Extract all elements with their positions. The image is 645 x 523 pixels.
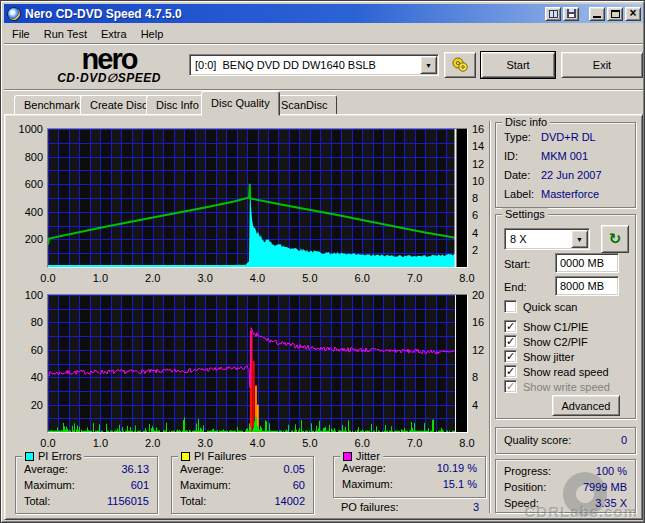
left-axis-tick: 1000 <box>13 123 43 135</box>
disc-info-group: Disc info Type:DVD+R DL ID:MKM 001 Date:… <box>495 122 636 208</box>
checkbox-quick-scan[interactable]: Quick scan <box>504 300 577 313</box>
pif-jitter-chart <box>47 294 468 433</box>
right-axis-tick: 12 <box>472 344 494 356</box>
save-button[interactable] <box>563 7 579 21</box>
report-button[interactable] <box>545 7 561 21</box>
pif-average-label: Average: <box>180 463 224 475</box>
save-icon <box>567 9 576 18</box>
settings-title: Settings <box>502 208 548 220</box>
pi-errors-chart-canvas <box>48 129 467 267</box>
x-axis-tick: 8.0 <box>454 437 480 449</box>
x-axis-tick: 1.0 <box>87 437 113 449</box>
quick-scan-checkbox[interactable] <box>504 300 517 313</box>
left-axis-tick: 400 <box>13 206 43 218</box>
refresh-button[interactable]: ↻ <box>601 225 629 253</box>
exit-button[interactable]: Exit <box>561 52 643 78</box>
quality-score-value: 0 <box>621 434 627 446</box>
refresh-icon: ↻ <box>609 232 622 246</box>
drive-select[interactable]: [0:0] BENQ DVD DD DW1640 BSLB ▼ <box>189 54 439 76</box>
app-window: Nero CD-DVD Speed 4.7.5.0 × File Run Tes… <box>0 0 645 523</box>
start-position-label: Start: <box>504 258 530 270</box>
minimize-button[interactable] <box>589 7 605 21</box>
checkbox-show-c2-pif[interactable]: ✓Show C2/PIF <box>504 335 588 348</box>
eject-disc-button[interactable] <box>444 52 476 78</box>
pi-failures-title: PI Failures <box>194 450 247 462</box>
right-axis-tick: 10 <box>472 175 494 187</box>
menu-file[interactable]: File <box>5 27 37 41</box>
nero-logo: nero CD·DVD∅SPEED <box>34 46 184 84</box>
chevron-down-icon[interactable]: ▼ <box>571 230 588 248</box>
quality-score-label: Quality score: <box>504 434 571 446</box>
show-jitter-checkbox[interactable]: ✓ <box>504 350 517 363</box>
x-axis-tick: 6.0 <box>349 437 375 449</box>
pie-maximum-label: Maximum: <box>24 479 75 491</box>
right-axis-tick: 4 <box>472 227 494 239</box>
tab-disc-info[interactable]: Disc Info <box>146 95 209 116</box>
right-axis-tick: 2 <box>472 244 494 256</box>
pif-jitter-chart-canvas <box>48 295 467 432</box>
show-read-speed-checkbox[interactable]: ✓ <box>504 365 517 378</box>
pif-total-value: 14002 <box>274 495 305 507</box>
scan-speed-value: 8 X <box>505 233 571 245</box>
x-axis-tick: 2.0 <box>140 272 166 284</box>
left-axis-tick: 800 <box>13 151 43 163</box>
drive-select-value: [0:0] BENQ DVD DD DW1640 BSLB <box>190 59 420 71</box>
pif-total-label: Total: <box>180 495 206 507</box>
left-axis-tick: 600 <box>13 178 43 190</box>
jitter-swatch <box>343 452 352 461</box>
menu-help[interactable]: Help <box>134 27 171 41</box>
disc-type-label: Type: <box>504 131 531 143</box>
checkbox-show-read-speed[interactable]: ✓Show read speed <box>504 365 609 378</box>
x-axis-tick: 3.0 <box>192 272 218 284</box>
jitter-maximum-value: 15.1 % <box>443 478 477 490</box>
menu-run-test[interactable]: Run Test <box>37 27 94 41</box>
left-axis-tick: 20 <box>13 399 43 411</box>
checkbox-show-write-speed[interactable]: ✓Show write speed <box>504 380 610 393</box>
disc-label-label: Label: <box>504 188 534 200</box>
disc-watermark <box>563 472 607 516</box>
pi-errors-summary: PI Errors Average:36.13 Maximum:601 Tota… <box>15 456 158 514</box>
disc-type-value: DVD+R DL <box>541 131 627 143</box>
pie-maximum-value: 601 <box>131 479 149 491</box>
jitter-summary: Jitter Average:10.19 % Maximum:15.1 % <box>333 456 486 498</box>
maximize-button[interactable] <box>607 7 623 21</box>
start-position-input[interactable]: 0000 MB <box>555 253 619 273</box>
pi-errors-chart <box>47 128 468 268</box>
show-c2-pif-checkbox[interactable]: ✓ <box>504 335 517 348</box>
scan-speed-select[interactable]: 8 X ▼ <box>504 228 590 250</box>
checkbox-show-c1-pie[interactable]: ✓Show C1/PIE <box>504 320 588 333</box>
progress-label: Progress: <box>504 465 551 477</box>
show-c1-pie-checkbox[interactable]: ✓ <box>504 320 517 333</box>
tab-disc-quality[interactable]: Disc Quality <box>201 91 280 116</box>
tab-benchmark[interactable]: Benchmark <box>14 95 90 116</box>
pi-failures-summary: PI Failures Average:0.05 Maximum:60 Tota… <box>171 456 314 514</box>
menu-extra[interactable]: Extra <box>94 27 134 41</box>
disc-id-value: MKM 001 <box>541 150 627 162</box>
disc-id-label: ID: <box>504 150 518 162</box>
pie-total-label: Total: <box>24 495 50 507</box>
close-icon: × <box>629 8 636 19</box>
speed-value: 3.35 X <box>595 497 627 509</box>
disc-date-value: 22 Jun 2007 <box>541 169 627 181</box>
advanced-button[interactable]: Advanced <box>552 395 620 416</box>
chevron-down-icon[interactable]: ▼ <box>420 56 437 74</box>
nero-logo-text: nero <box>34 46 184 72</box>
tab-scandisc[interactable]: ScanDisc <box>271 95 337 116</box>
x-axis-tick: 4.0 <box>245 437 271 449</box>
jitter-title: Jitter <box>356 450 380 462</box>
left-axis-tick: 80 <box>13 316 43 328</box>
right-axis-tick: 12 <box>472 158 494 170</box>
x-axis-tick: 3.0 <box>192 437 218 449</box>
position-value: 7999 MB <box>583 481 627 493</box>
disc-date-label: Date: <box>504 169 530 181</box>
start-button[interactable]: Start <box>481 52 555 78</box>
x-axis-tick: 5.0 <box>297 437 323 449</box>
jitter-average-value: 10.19 % <box>437 462 477 474</box>
progress-group: Progress:100 % Position:7999 MB Speed:3.… <box>495 459 636 513</box>
close-button[interactable]: × <box>625 7 641 21</box>
end-position-input[interactable]: 8000 MB <box>555 276 619 296</box>
progress-value: 100 % <box>596 465 627 477</box>
show-write-speed-checkbox[interactable]: ✓ <box>504 380 517 393</box>
checkbox-show-jitter[interactable]: ✓Show jitter <box>504 350 574 363</box>
end-position-label: End: <box>504 281 527 293</box>
